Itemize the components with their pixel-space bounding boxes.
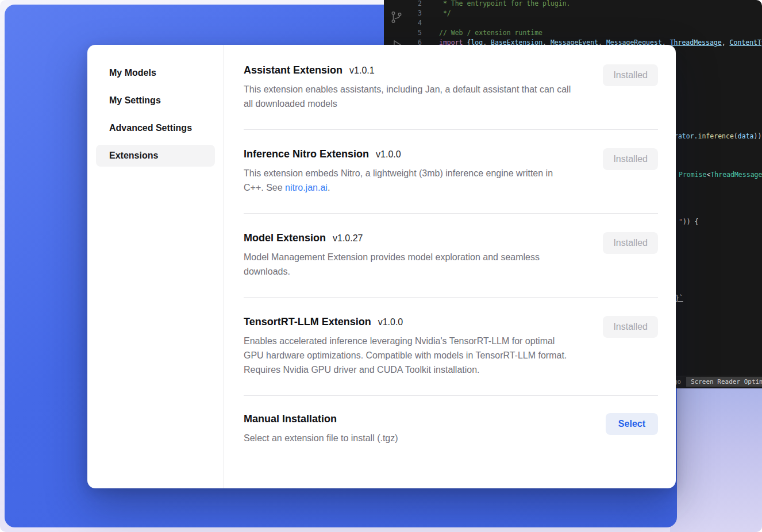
installed-button[interactable]: Installed (603, 64, 658, 86)
extension-title: Inference Nitro Extension v1.0.0 (244, 148, 574, 160)
manual-installation-description: Select an extension file to install (.tg… (244, 431, 398, 445)
code-line: 4 (407, 18, 762, 28)
sidebar-item-my-settings[interactable]: My Settings (96, 90, 215, 111)
extension-name: Model Extension (244, 232, 326, 244)
sidebar-item-my-models[interactable]: My Models (96, 62, 215, 84)
sidebar-item-extensions[interactable]: Extensions (96, 145, 215, 167)
installed-button[interactable]: Installed (603, 316, 658, 338)
code-fragment: rator.inference(data)); (674, 132, 762, 141)
extension-row-tensorrt-llm: TensortRT-LLM Extension v1.0.0 Enables a… (244, 298, 658, 396)
screen-reader-status: Screen Reader Optimized (686, 377, 762, 387)
extension-version: v1.0.0 (378, 317, 403, 327)
extension-row-model: Model Extension v1.0.27 Model Management… (244, 214, 658, 298)
settings-sidebar: My Models My Settings Advanced Settings … (87, 45, 224, 488)
extension-version: v1.0.0 (376, 149, 401, 160)
sidebar-item-advanced-settings[interactable]: Advanced Settings (96, 117, 215, 139)
extension-title: Assistant Extension v1.0.1 (244, 64, 574, 76)
code-line: 2 * The entrypoint for the plugin. (407, 0, 762, 9)
extension-name: TensortRT-LLM Extension (244, 316, 371, 328)
code-fragment: ")) { (679, 217, 699, 226)
extension-name: Inference Nitro Extension (244, 148, 369, 160)
extension-description: This extension enables assistants, inclu… (244, 82, 574, 111)
manual-installation-row: Manual Installation Select an extension … (244, 396, 658, 464)
extension-name: Assistant Extension (244, 64, 342, 76)
extension-title: TensortRT-LLM Extension v1.0.0 (244, 316, 574, 328)
extension-version: v1.0.1 (349, 65, 375, 76)
extension-title: Model Extension v1.0.27 (244, 232, 574, 244)
settings-modal: My Models My Settings Advanced Settings … (87, 45, 676, 488)
desktop-background: 2 * The entrypoint for the plugin. 3 */ … (0, 0, 762, 532)
extension-row-inference-nitro: Inference Nitro Extension v1.0.0 This ex… (244, 130, 658, 214)
line-number: 2 (407, 0, 422, 9)
extension-info: Assistant Extension v1.0.1 This extensio… (244, 64, 574, 111)
line-number: 3 (407, 9, 422, 18)
code-fragment: Promise<ThreadMessage> (679, 170, 762, 179)
extension-info: TensortRT-LLM Extension v1.0.0 Enables a… (244, 316, 574, 377)
extension-info: Inference Nitro Extension v1.0.0 This ex… (244, 148, 574, 195)
select-file-button[interactable]: Select (606, 413, 658, 435)
code-line: 3 */ (407, 9, 762, 18)
extension-info: Model Extension v1.0.27 Model Management… (244, 232, 574, 279)
nitro-jan-ai-link[interactable]: nitro.jan.ai (285, 183, 328, 192)
line-number: 5 (407, 28, 422, 38)
extensions-panel: Assistant Extension v1.0.1 This extensio… (224, 45, 676, 488)
installed-button[interactable]: Installed (603, 232, 658, 254)
extension-info: Manual Installation Select an extension … (244, 413, 398, 445)
code-text: // Web / extension runtime (422, 28, 542, 38)
source-control-icon[interactable] (390, 10, 403, 24)
code-text: */ (422, 9, 451, 18)
extension-description: This extension embeds Nitro, a lightweig… (244, 166, 574, 195)
code-text (422, 18, 439, 28)
extension-version: v1.0.27 (333, 233, 363, 244)
description-text: . (328, 183, 330, 192)
extension-title: Manual Installation (244, 413, 398, 425)
editor-code-area: 2 * The entrypoint for the plugin. 3 */ … (407, 0, 762, 48)
code-line: 5 // Web / extension runtime (407, 28, 762, 38)
extension-description: Enables accelerated inference leveraging… (244, 334, 574, 377)
code-text: * The entrypoint for the plugin. (422, 0, 570, 9)
installed-button[interactable]: Installed (603, 148, 658, 170)
line-number: 4 (407, 18, 422, 28)
extension-description: Model Management Extension provides mode… (244, 250, 574, 279)
extension-row-assistant: Assistant Extension v1.0.1 This extensio… (244, 45, 658, 130)
manual-installation-title: Manual Installation (244, 413, 337, 425)
